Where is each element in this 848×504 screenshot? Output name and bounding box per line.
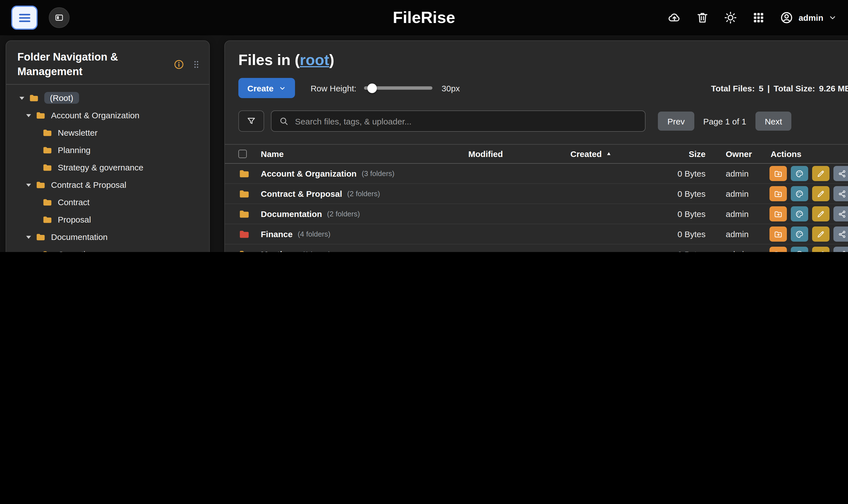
next-button[interactable]: Next <box>755 111 792 131</box>
sidebar-title: Folder Navigation & Management <box>17 50 166 79</box>
totals-separator: | <box>767 83 770 93</box>
move-folder-button[interactable] <box>770 247 787 252</box>
move-folder-button[interactable] <box>770 186 787 201</box>
grid-icon <box>752 11 765 25</box>
trash-button[interactable] <box>695 11 709 25</box>
name-cell: Finance(4 folders) <box>261 229 468 239</box>
owner-cell: admin <box>706 169 764 178</box>
row-lead-cell <box>238 248 261 252</box>
column-header-name[interactable]: Name <box>261 149 468 159</box>
item-name: Account & Organization <box>261 169 357 178</box>
main-panel: Files in (root) Create Row Height: 30px … <box>224 40 848 252</box>
folder-icon <box>42 214 53 225</box>
apps-grid-button[interactable] <box>752 11 765 25</box>
folder-row-account-organization[interactable]: Account & Organization(3 folders)0 Bytes… <box>225 164 848 184</box>
app: FileRise admin Folder Navigation & Ma <box>0 0 848 252</box>
caret-down-icon[interactable] <box>24 233 33 241</box>
tree-item-documentation[interactable]: Documentation <box>11 229 206 246</box>
move-folder-button[interactable] <box>770 227 787 241</box>
color-folder-button[interactable] <box>791 186 808 201</box>
caret-down-icon[interactable] <box>17 94 26 103</box>
color-folder-button[interactable] <box>791 247 808 252</box>
tree-item-strategy-governance[interactable]: Strategy & governance <box>11 159 206 176</box>
user-menu[interactable]: admin <box>780 11 837 25</box>
tree-item-newsletter[interactable]: Newsletter <box>11 124 206 142</box>
search-box <box>271 110 646 132</box>
caret-spacer <box>31 198 40 207</box>
row-lead-cell <box>238 228 261 240</box>
filter-icon <box>246 116 256 126</box>
item-name: Contract & Proposal <box>261 189 342 198</box>
name-cell: Documentation(2 folders) <box>261 209 468 219</box>
size-cell: 0 Bytes <box>670 209 706 219</box>
page-status: Page 1 of 1 <box>703 116 746 126</box>
page-title-prefix: Files in ( <box>238 52 300 68</box>
folder-icon <box>42 249 53 252</box>
tree-item-label: Operation <box>58 250 95 252</box>
tree-item-root[interactable]: (Root) <box>11 89 206 107</box>
folder-icon <box>238 188 250 200</box>
header-checkbox-cell <box>238 150 261 158</box>
share-folder-button[interactable] <box>833 247 848 252</box>
tree-item-label: Strategy & governance <box>58 163 143 173</box>
rename-folder-button[interactable] <box>812 206 830 221</box>
share-folder-button[interactable] <box>833 186 848 201</box>
column-header-created[interactable]: Created <box>570 149 670 159</box>
filter-button[interactable] <box>238 110 264 132</box>
top-bar: FileRise admin <box>0 0 848 35</box>
column-header-size[interactable]: Size <box>670 149 706 159</box>
drag-handle-icon[interactable] <box>191 59 201 69</box>
color-folder-button[interactable] <box>791 227 808 241</box>
tree-item-planning[interactable]: Planning <box>11 142 206 159</box>
info-icon[interactable] <box>173 59 184 70</box>
select-all-checkbox[interactable] <box>238 150 247 158</box>
owner-cell: admin <box>706 209 764 219</box>
column-header-modified[interactable]: Modified <box>468 149 570 159</box>
tree-item-label: (Root) <box>44 92 79 104</box>
tree-item-proposal[interactable]: Proposal <box>11 211 206 229</box>
color-folder-button[interactable] <box>791 206 808 221</box>
theme-toggle-button[interactable] <box>724 11 738 25</box>
tree-item-contract[interactable]: Contract <box>11 194 206 211</box>
move-folder-button[interactable] <box>770 166 787 181</box>
menu-button[interactable] <box>11 6 38 30</box>
tree-item-contract-proposal[interactable]: Contract & Proposal <box>11 176 206 194</box>
share-folder-button[interactable] <box>833 206 848 221</box>
folder-row-documentation[interactable]: Documentation(2 folders)0 Bytesadmin <box>225 204 848 224</box>
prev-button[interactable]: Prev <box>658 111 694 131</box>
item-meta: (2 folders) <box>347 190 380 198</box>
create-button[interactable]: Create <box>238 78 295 98</box>
column-header-actions[interactable]: Actions <box>764 149 848 159</box>
rename-folder-button[interactable] <box>812 166 830 181</box>
move-folder-button[interactable] <box>770 206 787 221</box>
tree-item-operation[interactable]: Operation <box>11 246 206 252</box>
folder-icon <box>35 232 46 242</box>
folder-icon <box>29 93 39 104</box>
folder-row-finance[interactable]: Finance(4 folders)0 Bytesadmin <box>225 224 848 245</box>
rename-folder-button[interactable] <box>812 247 830 252</box>
folder-row-meetings[interactable]: Meetings(0 items)0 Bytesadmin <box>225 245 848 252</box>
share-folder-button[interactable] <box>833 227 848 241</box>
rename-folder-button[interactable] <box>812 227 830 241</box>
caret-down-icon[interactable] <box>24 111 33 120</box>
row-lead-cell <box>238 188 261 200</box>
root-link[interactable]: root <box>300 52 329 68</box>
share-folder-button[interactable] <box>833 166 848 181</box>
color-folder-button[interactable] <box>791 166 808 181</box>
caret-down-icon[interactable] <box>24 181 33 190</box>
tree-item-label: Newsletter <box>58 128 98 138</box>
row-height-slider[interactable] <box>364 86 433 90</box>
column-header-owner[interactable]: Owner <box>706 149 764 159</box>
folder-row-contract-proposal[interactable]: Contract & Proposal(2 folders)0 Bytesadm… <box>225 184 848 204</box>
upload-button[interactable] <box>667 11 682 25</box>
view-toggle-button[interactable] <box>49 7 70 28</box>
pagination: Prev Page 1 of 1 Next <box>658 111 792 131</box>
slider-knob[interactable] <box>368 83 377 93</box>
folder-icon <box>42 162 53 173</box>
owner-cell: admin <box>706 229 764 239</box>
tree-item-account-organization[interactable]: Account & Organization <box>11 107 206 124</box>
item-meta: (3 folders) <box>362 169 394 178</box>
search-input[interactable] <box>295 116 638 126</box>
caret-spacer <box>31 128 40 137</box>
rename-folder-button[interactable] <box>812 186 830 201</box>
